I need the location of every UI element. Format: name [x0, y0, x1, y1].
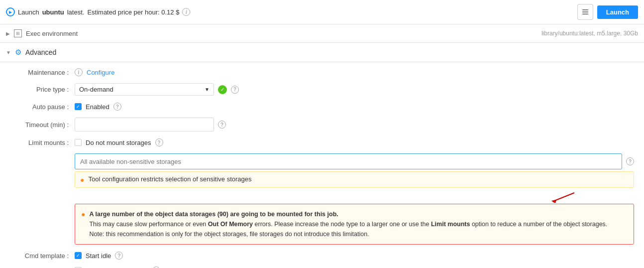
price-type-arrow: ▼ [205, 87, 210, 92]
exec-env-row: ▶ ⊞ Exec environment library/ubuntu:late… [0, 24, 644, 43]
warning-line2-end: option to reduce a number of the object … [472, 221, 607, 228]
auto-pause-row: Auto pause : ✓ Enabled ? [10, 103, 634, 111]
settings-button[interactable] [577, 4, 593, 20]
limit-mounts-row: Limit mounts : Do not mount storages ? [10, 138, 634, 146]
price-type-label: Price type : [10, 86, 75, 93]
limit-mounts-link[interactable]: Limit mounts [431, 221, 470, 228]
red-arrow-container [75, 192, 634, 203]
cmd-template-control: ✓ Start idle ? [75, 252, 634, 260]
launch-button[interactable]: Launch [597, 5, 638, 19]
cmd-template-label: Cmd template : [10, 252, 75, 260]
advanced-label: Advanced [25, 48, 56, 56]
timeout-input[interactable] [75, 118, 214, 132]
timeout-control: ? [75, 118, 634, 132]
price-type-value: On-demand [79, 86, 113, 93]
advanced-header[interactable]: ▼ ⚙ Advanced [6, 48, 638, 57]
auto-pause-text: Enabled [86, 103, 109, 111]
launch-prefix: Launch [18, 8, 39, 16]
red-warning-title: A large number of the object data storag… [89, 211, 338, 218]
timeout-info[interactable]: ? [218, 121, 226, 129]
price-value: 0.12 $ [161, 8, 179, 16]
price-label: Estimated price per hour: [87, 8, 159, 16]
maintenance-control: i Configure [75, 68, 634, 76]
storages-info[interactable]: ? [626, 157, 634, 165]
red-warning-box: ● A large number of the object data stor… [75, 204, 634, 245]
maintenance-label: Maintenance : [10, 69, 75, 76]
maintenance-row: Maintenance : i Configure [10, 68, 634, 76]
red-warning-icon: ● [81, 210, 85, 218]
top-bar-right: Launch [577, 4, 638, 20]
limit-mounts-checkbox[interactable] [75, 139, 82, 146]
exec-env-chevron[interactable]: ▶ [6, 31, 10, 36]
limit-mounts-control: Do not mount storages ? [75, 138, 634, 146]
configure-link[interactable]: Configure [87, 69, 114, 76]
price-type-control: On-demand ▼ ✓ ? [75, 83, 634, 96]
maintenance-info-icon[interactable]: i [75, 68, 83, 76]
tool-config-warning: ● Tool configuration restricts selection… [75, 171, 634, 188]
top-bar: ▶ Launch ubuntu latest. Estimated price … [0, 0, 644, 24]
price-info-icon[interactable]: i [182, 8, 190, 16]
auto-pause-checkbox[interactable]: ✓ [75, 103, 82, 110]
auto-pause-info[interactable]: ? [113, 103, 121, 111]
tool-warning-text: Tool configuration restricts selection o… [88, 175, 251, 183]
red-warning-line2: This may cause slow performance or even … [89, 219, 607, 229]
limit-mounts-label: Limit mounts : [10, 139, 75, 146]
exec-env-label: Exec environment [26, 30, 78, 37]
price-info: Estimated price per hour: 0.12 $ [87, 8, 179, 16]
warning-line2-cont: errors. Please increase the node type to… [255, 221, 429, 228]
svg-marker-4 [551, 200, 556, 203]
red-warning-line1: A large number of the object data storag… [89, 209, 607, 219]
tool-warning-icon: ● [80, 176, 84, 184]
price-type-row: Price type : On-demand ▼ ✓ ? [10, 83, 634, 96]
advanced-gear-icon: ⚙ [15, 48, 21, 57]
start-idle-text: Start idle [86, 252, 111, 260]
price-type-check: ✓ [218, 85, 227, 94]
svg-rect-0 [582, 9, 588, 10]
storages-row: ? [10, 153, 634, 169]
ubuntu-name: ubuntu [42, 8, 64, 16]
exec-env-icon: ⊞ [14, 29, 22, 37]
advanced-chevron: ▼ [6, 50, 11, 55]
cmd-template-row: Cmd template : ✓ Start idle ? [10, 252, 634, 260]
do-not-mount-text: Do not mount storages [86, 139, 151, 146]
red-warning-line3: Note: this recommendation is only for th… [89, 229, 607, 239]
timeout-label: Timeout (min) : [10, 121, 75, 129]
play-icon: ▶ [6, 7, 15, 16]
cmd-template-checkbox[interactable]: ✓ [75, 252, 82, 259]
svg-line-3 [554, 193, 574, 201]
exec-env-left: ▶ ⊞ Exec environment [6, 29, 78, 37]
warning-line2-prefix: This may cause slow performance or even [89, 221, 206, 228]
auto-pause-label: Auto pause : [10, 103, 75, 111]
exec-env-info: library/ubuntu:latest, m5.large, 30Gb [541, 30, 638, 37]
advanced-section: ▼ ⚙ Advanced [0, 43, 644, 62]
out-of-memory-text: Out Of Memory [208, 221, 253, 228]
price-type-select[interactable]: On-demand ▼ [75, 83, 214, 96]
ubuntu-version: latest. [67, 8, 85, 16]
red-warning-content: A large number of the object data storag… [89, 209, 607, 239]
top-bar-left: ▶ Launch ubuntu latest. Estimated price … [6, 7, 190, 16]
timeout-row: Timeout (min) : ? [10, 118, 634, 132]
svg-rect-2 [582, 14, 588, 15]
storages-input[interactable] [75, 153, 622, 169]
auto-pause-control: ✓ Enabled ? [75, 103, 634, 111]
svg-rect-1 [582, 11, 588, 12]
red-arrow-icon [544, 192, 584, 203]
limit-mounts-info[interactable]: ? [155, 138, 163, 146]
cmd-template-info[interactable]: ? [115, 252, 123, 260]
price-type-info[interactable]: ? [231, 86, 239, 94]
form-content: Maintenance : i Configure Price type : O… [0, 62, 644, 268]
